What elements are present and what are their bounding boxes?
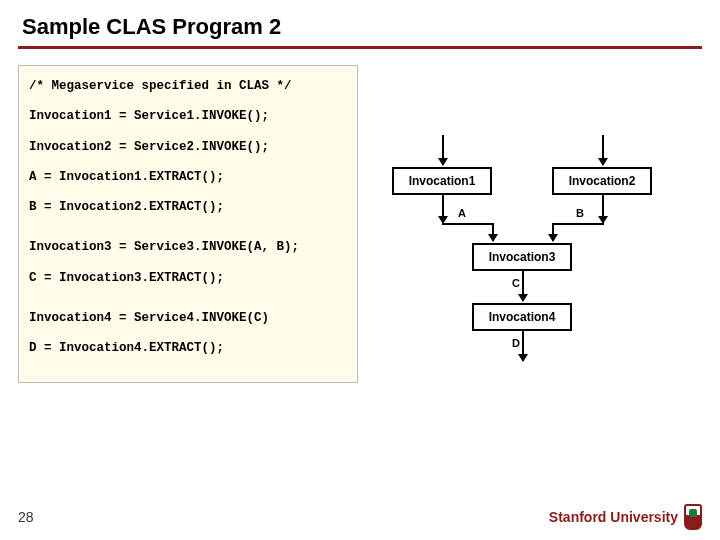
code-line: Invocation1 = Service1.INVOKE(); [29,108,347,124]
code-gap [29,229,347,239]
code-line: A = Invocation1.EXTRACT(); [29,169,347,185]
arrow-b-into-inv3 [552,223,554,241]
edge-label-b: B [576,207,584,219]
arrow-c [522,271,524,301]
edge-label-a: A [458,207,466,219]
node-invocation4: Invocation4 [472,303,572,331]
arrow-a-horiz [442,223,492,225]
arrow-into-inv2 [602,135,604,165]
arrow-a-into-inv3 [492,223,494,241]
code-line: B = Invocation2.EXTRACT(); [29,199,347,215]
code-line: Invocation4 = Service4.INVOKE(C) [29,310,347,326]
arrow-d [522,331,524,361]
org-name: Stanford University [549,509,678,525]
code-line: D = Invocation4.EXTRACT(); [29,340,347,356]
footer: 28 Stanford University [0,504,720,530]
edge-label-c: C [512,277,520,289]
title-rule [18,46,702,49]
node-invocation1: Invocation1 [392,167,492,195]
slide: Sample CLAS Program 2 /* Megaservice spe… [0,0,720,540]
arrow-b-down [602,195,604,223]
edge-label-d: D [512,337,520,349]
code-block: /* Megaservice specified in CLAS */ Invo… [18,65,358,383]
arrow-b-horiz [552,223,604,225]
stanford-logo-icon [684,504,702,530]
arrow-a-down [442,195,444,223]
flow-diagram: Invocation1 Invocation2 A B Invocation3 … [372,135,702,383]
arrow-into-inv1 [442,135,444,165]
page-number: 28 [18,509,34,525]
org-block: Stanford University [549,504,702,530]
code-line: Invocation3 = Service3.INVOKE(A, B); [29,239,347,255]
node-invocation3: Invocation3 [472,243,572,271]
code-line: Invocation2 = Service2.INVOKE(); [29,139,347,155]
slide-title: Sample CLAS Program 2 [0,0,720,46]
code-gap [29,300,347,310]
node-invocation2: Invocation2 [552,167,652,195]
code-line: C = Invocation3.EXTRACT(); [29,270,347,286]
content-row: /* Megaservice specified in CLAS */ Invo… [0,65,720,383]
code-line: /* Megaservice specified in CLAS */ [29,78,347,94]
